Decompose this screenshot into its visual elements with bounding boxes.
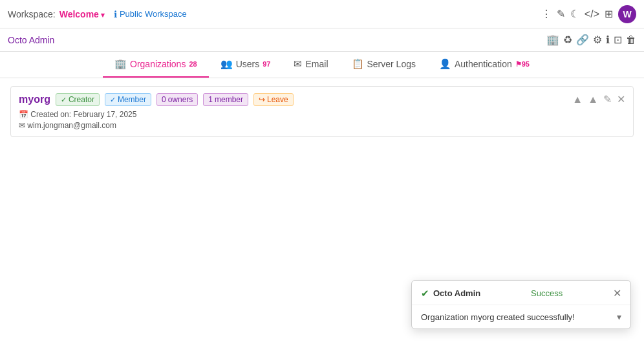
edit-icon[interactable]: ✎ [557,8,565,20]
tab-users[interactable]: 👥 Users 97 [209,52,283,78]
avatar[interactable]: W [618,5,636,23]
authentication-icon: 👤 [439,58,451,70]
tab-authentication-label: Authentication [455,59,512,69]
org-container: myorg ✓ Creator ✓ Member 0 owners 1 memb… [0,78,644,145]
org-action-delete[interactable]: ✕ [617,93,625,105]
header-right: ⋮ ✎ ☾ </> ⊞ W [541,5,636,23]
toast-chevron-icon[interactable]: ▾ [617,312,621,322]
org-email: ✉ wim.jongman@gmail.com [19,121,572,130]
toast-message: Organization myorg created successfully! [421,312,575,322]
org-action-up[interactable]: ▲ [572,94,583,105]
toast-body: Organization myorg created successfully!… [412,305,630,328]
tab-organizations-label: Organizations [130,59,186,69]
tab-authentication[interactable]: 👤 Authentication ⚑95 [427,52,541,78]
badge-creator: ✓ Creator [56,93,100,106]
toast-status: Success [531,288,563,298]
refresh-icon[interactable]: ♻ [563,34,572,46]
code-icon[interactable]: </> [585,8,599,20]
org-info: myorg ✓ Creator ✓ Member 0 owners 1 memb… [19,93,572,130]
table-row: myorg ✓ Creator ✓ Member 0 owners 1 memb… [10,86,634,137]
main-header: Workspace: Welcome Public Workspace ⋮ ✎ … [0,0,644,28]
share-icon[interactable]: ⋮ [541,8,552,20]
link-icon[interactable]: 🔗 [576,34,589,46]
moon-icon[interactable]: ☾ [570,8,579,20]
badge-members[interactable]: 1 member [203,93,248,106]
header-left: Workspace: Welcome Public Workspace [8,9,187,19]
org-actions: ▲ ▲ ✎ ✕ [572,93,625,105]
tab-organizations[interactable]: 🏢 Organizations 28 [103,52,209,78]
toast-header: ✔ Octo Admin Success ✕ [412,281,630,305]
workspace-name[interactable]: Welcome [59,9,105,19]
badge-leave[interactable]: ↪ Leave [253,93,294,106]
layout-icon[interactable]: ⊞ [605,8,613,20]
users-icon: 👥 [220,58,233,70]
badge-member: ✓ Member [105,93,151,106]
sub-header-actions: 🏢 ♻ 🔗 ⚙ ℹ ⊡ 🗑 [546,34,636,46]
building-icon[interactable]: 🏢 [546,34,559,46]
toast-close-button[interactable]: ✕ [613,287,621,299]
sub-header: Octo Admin 🏢 ♻ 🔗 ⚙ ℹ ⊡ 🗑 [0,28,644,52]
tab-server-logs-label: Server Logs [367,59,416,69]
org-action-edit[interactable]: ✎ [603,93,612,105]
export-icon[interactable]: ⊡ [614,34,622,46]
tab-email[interactable]: ✉ Email [282,52,339,78]
server-logs-icon: 📋 [352,58,364,70]
tab-email-label: Email [305,59,328,69]
toast-title: Octo Admin [433,288,480,298]
org-action-down[interactable]: ▲ [588,94,598,105]
toast-check-icon: ✔ [421,288,429,299]
email-icon: ✉ [294,58,302,70]
toast-header-left: ✔ Octo Admin [421,288,480,299]
tab-authentication-badge: ⚑95 [515,60,530,69]
settings-icon[interactable]: ⚙ [593,34,602,46]
toast-notification: ✔ Octo Admin Success ✕ Organization myor… [411,280,631,329]
organizations-icon: 🏢 [114,58,127,70]
public-workspace-link[interactable]: Public Workspace [114,9,187,19]
tabs-bar: 🏢 Organizations 28 👥 Users 97 ✉ Email 📋 … [0,52,644,78]
info-icon[interactable]: ℹ [606,34,610,46]
tab-users-label: Users [236,59,260,69]
workspace-label: Workspace: [8,9,56,19]
badge-owners[interactable]: 0 owners [156,93,198,106]
admin-label[interactable]: Octo Admin [8,35,54,45]
org-name-row: myorg ✓ Creator ✓ Member 0 owners 1 memb… [19,93,572,106]
delete-icon[interactable]: 🗑 [626,34,636,46]
org-name[interactable]: myorg [19,94,50,105]
org-created: 📅 Created on: February 17, 2025 [19,110,572,119]
tab-organizations-badge: 28 [189,60,197,68]
tab-users-badge: 97 [263,60,270,68]
tab-server-logs[interactable]: 📋 Server Logs [340,52,427,78]
